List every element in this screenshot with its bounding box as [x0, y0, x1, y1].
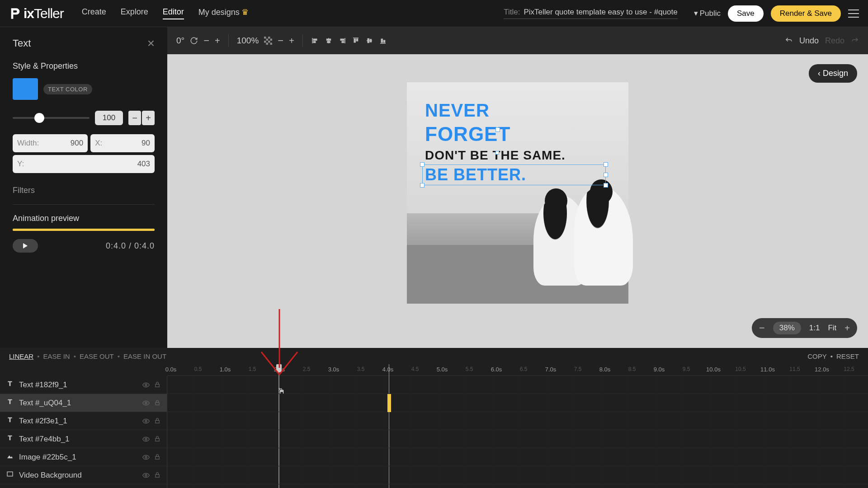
visibility-icon[interactable] — [142, 381, 150, 389]
track-row[interactable] — [167, 448, 868, 466]
y-input[interactable]: Y:403 — [13, 155, 155, 173]
visibility-icon[interactable] — [142, 436, 150, 443]
lock-icon[interactable] — [154, 454, 160, 460]
style-properties-label: Style & Properties — [13, 61, 155, 71]
design-artboard[interactable]: NEVER FORGET DON'T BE THE SAME. BE BETTE… — [407, 82, 628, 304]
opacity-input[interactable]: 100 — [95, 111, 123, 125]
align-left-icon[interactable] — [311, 37, 319, 45]
properties-panel: Text × Style & Properties TEXT COLOR 100… — [0, 27, 167, 348]
selection-handle[interactable] — [495, 151, 499, 155]
layer-row[interactable]: Text #7e4bb_1 — [0, 430, 167, 448]
quote-line-1[interactable]: NEVER — [425, 100, 490, 121]
selection-handle[interactable] — [604, 162, 608, 167]
divider — [13, 204, 155, 205]
svg-rect-29 — [156, 402, 159, 405]
close-panel-icon[interactable]: × — [147, 36, 155, 51]
hamburger-menu-icon[interactable] — [848, 9, 859, 18]
nav-create[interactable]: Create — [82, 7, 106, 19]
track-row[interactable] — [167, 394, 868, 412]
zoom-out-button[interactable]: − — [759, 322, 765, 334]
selection-handle[interactable] — [604, 183, 608, 188]
undo-button[interactable]: Undo — [799, 36, 819, 46]
opacity-toolbar-value[interactable]: 100% — [237, 36, 259, 46]
layer-row[interactable]: Text #182f9_1 — [0, 376, 167, 394]
canvas-area[interactable]: ‹ Design NEVER FORGET DON'T BE THE SAME.… — [167, 54, 868, 348]
keyframe[interactable] — [387, 394, 391, 412]
visibility-icon[interactable] — [142, 454, 150, 461]
text-color-label: TEXT COLOR — [43, 84, 92, 94]
save-button[interactable]: Save — [728, 5, 764, 22]
layer-row[interactable]: Text #_uQ04_1 — [0, 394, 167, 412]
rotation-increment[interactable]: + — [215, 36, 220, 46]
easing-ease-out[interactable]: EASE OUT — [80, 352, 114, 360]
timeline-reset[interactable]: RESET — [836, 352, 859, 360]
render-save-button[interactable]: Render & Save — [771, 5, 841, 22]
quote-line-3[interactable]: DON'T BE THE SAME. — [425, 148, 566, 163]
easing-linear[interactable]: LINEAR — [9, 352, 33, 360]
redo-icon — [851, 37, 859, 45]
filters-section[interactable]: Filters — [13, 186, 155, 195]
selection-handle[interactable] — [604, 173, 608, 177]
nav-editor[interactable]: Editor — [163, 7, 184, 19]
quote-line-2[interactable]: FORGET — [425, 123, 510, 145]
track-row[interactable] — [167, 466, 868, 484]
text-color-swatch[interactable] — [13, 78, 38, 100]
title-field[interactable]: Title: PixTeller quote template easy to … — [504, 8, 677, 19]
layer-row[interactable]: Text #2f3e1_1 — [0, 412, 167, 430]
playhead-handle[interactable] — [276, 364, 282, 372]
animation-progress[interactable] — [13, 229, 155, 231]
layer-row[interactable]: Video Background — [0, 466, 167, 484]
opacity-slider[interactable] — [13, 117, 90, 119]
align-bottom-icon[interactable] — [379, 37, 387, 45]
align-center-v-icon[interactable] — [365, 37, 373, 45]
track-row[interactable] — [167, 376, 868, 394]
selection-box[interactable] — [422, 164, 606, 185]
nav-mydesigns[interactable]: My designs♛ — [198, 7, 249, 19]
visibility-icon[interactable] — [142, 472, 150, 479]
track-row[interactable] — [167, 430, 868, 448]
layer-row[interactable]: Image #22b5c_1 — [0, 448, 167, 466]
width-input[interactable]: Width:900 — [13, 134, 88, 152]
lock-icon[interactable] — [154, 381, 160, 388]
x-input[interactable]: X:90 — [90, 134, 155, 152]
lock-icon[interactable] — [154, 418, 160, 424]
lock-icon[interactable] — [154, 472, 160, 478]
timeline-copy[interactable]: COPY — [807, 352, 827, 360]
opacity-increment[interactable]: + — [142, 111, 155, 125]
opacity-tb-increment[interactable]: + — [289, 36, 294, 46]
nav-explore[interactable]: Explore — [121, 7, 148, 19]
slider-thumb[interactable] — [34, 113, 44, 123]
layer-name: Video Background — [19, 471, 82, 480]
align-right-icon[interactable] — [338, 37, 346, 45]
zoom-fit-button[interactable]: Fit — [828, 324, 836, 333]
rotation-value[interactable]: 0° — [176, 36, 184, 46]
track-row[interactable] — [167, 412, 868, 430]
transparency-icon[interactable] — [264, 37, 272, 45]
easing-ease-in[interactable]: EASE IN — [43, 352, 70, 360]
lock-icon[interactable] — [154, 399, 160, 406]
undo-icon[interactable] — [785, 37, 793, 45]
lock-icon[interactable] — [154, 436, 160, 442]
easing-ease-in-out[interactable]: EASE IN OUT — [123, 352, 166, 360]
timeline-ruler[interactable]: 0.0s0.51.0s1.52.0s2.53.0s3.54.0s4.55.0s5… — [167, 364, 868, 376]
zoom-percent[interactable]: 38% — [773, 322, 801, 334]
selection-handle[interactable] — [420, 162, 425, 167]
timeline-tracks[interactable]: 🖱 — [167, 376, 868, 488]
visibility-icon[interactable] — [142, 418, 150, 425]
selection-handle[interactable] — [495, 127, 500, 132]
align-center-h-icon[interactable] — [325, 37, 333, 45]
visibility-dropdown[interactable]: ▾ Public — [694, 9, 721, 18]
align-top-icon[interactable] — [352, 37, 360, 45]
play-button[interactable] — [13, 239, 38, 253]
opacity-tb-decrement[interactable]: − — [278, 35, 283, 47]
rotate-icon[interactable] — [190, 37, 198, 45]
zoom-ratio-button[interactable]: 1:1 — [809, 324, 820, 333]
selection-handle[interactable] — [420, 183, 425, 188]
rotation-decrement[interactable]: − — [203, 35, 209, 47]
opacity-decrement[interactable]: − — [128, 111, 141, 125]
visibility-icon[interactable] — [142, 399, 150, 407]
design-mode-button[interactable]: ‹ Design — [809, 64, 857, 83]
ruler-mark: 5.5 — [466, 366, 473, 372]
zoom-in-button[interactable]: + — [844, 323, 850, 333]
logo[interactable]: ixTeller — [9, 6, 64, 21]
